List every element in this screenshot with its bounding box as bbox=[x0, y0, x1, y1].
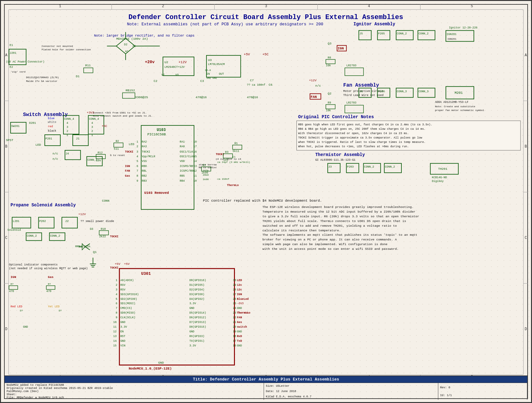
rpn28: 28 bbox=[233, 288, 236, 291]
conn-note1: Connector not mounted bbox=[42, 45, 73, 48]
out-label: OUT bbox=[219, 73, 224, 76]
adda-note1: Note: Create and substitute bbox=[435, 105, 475, 108]
e2-label: E2 bbox=[10, 66, 13, 69]
pin3b: 3 bbox=[92, 126, 93, 129]
sheet-text: Sheet: bbox=[7, 393, 262, 396]
rpn21: 21 bbox=[233, 321, 236, 324]
vin-pin: VIN bbox=[120, 344, 125, 347]
rb152-label: RB152 bbox=[126, 89, 135, 92]
conn3-fan2-label: CONN_3 bbox=[419, 90, 429, 93]
r9-box bbox=[326, 104, 335, 109]
gnd-label-u3: GND GND bbox=[206, 77, 217, 79]
rpn17: 17 bbox=[233, 340, 236, 343]
fan-net-u103: FAN bbox=[125, 169, 130, 173]
pn8: 8 bbox=[116, 311, 117, 315]
plus5c-1: +5C bbox=[262, 53, 269, 56]
r-20k0: 20k0 bbox=[203, 174, 209, 176]
switch-assembly-title: Switch Assembly bbox=[23, 112, 68, 118]
plus12v-fan: +12V bbox=[309, 79, 316, 82]
d7-pin: D7(GPIO13) bbox=[189, 321, 206, 324]
rpn16: 16 bbox=[233, 344, 236, 347]
led-arrow: LED bbox=[129, 143, 134, 146]
red-led-label: Red LED bbox=[11, 305, 22, 308]
size-text: Size: USLetter bbox=[266, 385, 436, 388]
c1-note: ca 24pf (3 mHz w/5k11) bbox=[217, 161, 250, 164]
c7-label: ?? ca 100nf bbox=[247, 83, 265, 87]
cmd-pin: CMD(CS) bbox=[120, 307, 132, 310]
p205-label: P205 bbox=[378, 32, 385, 35]
kicad-text: KiCad E.D.A. eeschema 4.0.7 bbox=[266, 395, 436, 398]
adda-label: ADDA AD1212HB-Y53-LF bbox=[435, 101, 468, 104]
osc1-pin: OSC1/CLK1 bbox=[180, 150, 195, 154]
pn2: 2 bbox=[116, 284, 117, 287]
sd2-pin: SD2(GPIO9) bbox=[120, 298, 137, 301]
d-gas-label: D? bbox=[59, 309, 62, 312]
u103-removed: U103 Removed bbox=[144, 191, 169, 195]
lr2703-2-box bbox=[345, 105, 364, 113]
d1-label: D1 bbox=[76, 75, 80, 78]
g-to-reset: G to reset bbox=[110, 154, 125, 157]
nc2-label: n/c bbox=[52, 157, 58, 161]
title-main-bar: Title: Defender Controller Assembly Plus… bbox=[5, 376, 527, 383]
rpn19: 19 bbox=[233, 330, 236, 333]
d3-label: D3 bbox=[90, 228, 93, 231]
gas-net-u103: Gas bbox=[125, 174, 130, 178]
opt-components-note1: Optional indicator components bbox=[9, 263, 58, 266]
d4-pin: D4(GPIO2) bbox=[189, 298, 204, 301]
d33v-pin: 3.3V bbox=[120, 325, 127, 329]
lr2703-1-box bbox=[345, 68, 364, 76]
pn15: 15 bbox=[113, 344, 117, 347]
fan-net-r: FAN bbox=[237, 316, 242, 319]
id-text: Id: 1/1 bbox=[440, 394, 525, 397]
pn4: 4 bbox=[116, 293, 117, 296]
clk-pin: CLK(SCLK) bbox=[120, 316, 135, 319]
d201-label: D201 bbox=[29, 122, 36, 125]
lr2703-1-label: LR2703 bbox=[346, 64, 356, 67]
c6-label: C6 bbox=[269, 83, 272, 87]
blueled-net-r: BlueLed bbox=[237, 298, 249, 301]
vi-label: VI bbox=[162, 73, 165, 77]
d2-pin: D2(GPIO4) bbox=[189, 288, 204, 291]
led-label: LED bbox=[35, 143, 41, 147]
d6-pin: D6(GPIO12) bbox=[189, 316, 206, 319]
title-rev-cell: Rev: 0 Id: 1/1 bbox=[438, 383, 527, 400]
i2c-net1-r: i2c bbox=[237, 284, 242, 287]
j5-label: J5 bbox=[360, 32, 363, 35]
title-info-row1: NodeMCU added to replace PIC16C58B Origi… bbox=[5, 383, 527, 400]
file-text: File: MMDefender_w_NodeMCU_1r0.sch bbox=[7, 396, 262, 399]
p201-label: P201 bbox=[45, 137, 52, 140]
pic-note2: RB6 & RB4 go high as LED goes on, 25C 20… bbox=[298, 128, 426, 131]
conn2-therm1-label: CONN_2 bbox=[364, 165, 374, 169]
pin16-num: 16 bbox=[193, 150, 197, 154]
osc2-pin: OSC2/CLK0 bbox=[180, 155, 195, 158]
r3v3-net-r: →3V3 bbox=[237, 302, 243, 305]
rsv2-pin: RSV bbox=[120, 288, 126, 291]
blue-wire: blue bbox=[48, 117, 54, 120]
r9-val: l0k bbox=[326, 109, 331, 112]
u2-label: U2 bbox=[165, 61, 168, 64]
pin8-num: 8 bbox=[137, 174, 138, 178]
c1-label: C1 bbox=[233, 155, 236, 158]
rsv1-pin: RSV bbox=[120, 284, 126, 287]
r9-label: R9 bbox=[328, 101, 331, 104]
ign-net-u103: IGN bbox=[125, 165, 130, 168]
plus12v-sol: +12V bbox=[78, 213, 86, 216]
vdd-pin: VDD bbox=[180, 160, 185, 163]
conn2-sw-label: CONN_2 bbox=[87, 159, 97, 162]
j2-note: ?? small power diode bbox=[81, 220, 114, 223]
rev-text: Rev: 0 bbox=[440, 386, 525, 389]
d3-pin: D3(GPIO0) bbox=[189, 293, 204, 296]
gnd-net-r2: GND bbox=[237, 330, 242, 333]
gas-ind-label: Gas bbox=[48, 275, 53, 279]
r-gas-box bbox=[46, 286, 55, 290]
conn2-sol-label: CONN_2 bbox=[27, 234, 37, 238]
main-title: Defender Controller Circuit Board Assemb… bbox=[128, 13, 403, 21]
lr2703-2-label: LR2703 bbox=[346, 101, 356, 104]
switch-net-r: switch bbox=[237, 325, 247, 329]
icspc-pin: ICSPC/RB6 bbox=[180, 169, 195, 173]
p202-label: P202 bbox=[39, 220, 46, 223]
q1-label: Q1 bbox=[93, 250, 97, 254]
pn6: 6 bbox=[116, 302, 117, 305]
pic-note4: T0CKI Schmitt trigger is approximate ca … bbox=[298, 136, 423, 139]
ac2-label: AC bbox=[132, 45, 136, 48]
